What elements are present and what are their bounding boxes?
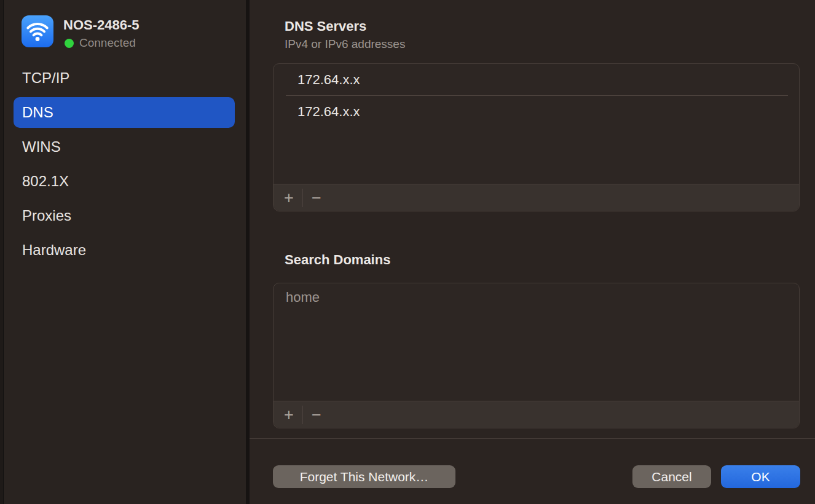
search-domain-entry[interactable]: home xyxy=(274,283,799,312)
toolbar-separator xyxy=(302,189,303,207)
dns-servers-listbox: 172.64.x.x 172.64.x.x + − xyxy=(273,63,800,211)
dns-server-entry[interactable]: 172.64.x.x xyxy=(274,64,799,95)
toolbar-separator xyxy=(302,406,303,424)
sidebar-item-dns[interactable]: DNS xyxy=(14,97,235,128)
search-domains-listbox: home + − xyxy=(273,283,800,428)
network-name: NOS-2486-5 xyxy=(63,17,140,33)
search-domains-toolbar: + − xyxy=(274,401,799,428)
sidebar-item-8021x[interactable]: 802.1X xyxy=(14,166,235,197)
dns-server-entry[interactable]: 172.64.x.x xyxy=(274,96,799,127)
connection-status-label: Connected xyxy=(79,36,136,50)
network-details-dialog: NOS-2486-5 Connected TCP/IP DNS WINS 802… xyxy=(0,0,815,504)
footer-divider xyxy=(250,438,815,439)
dns-servers-subtitle: IPv4 or IPv6 addresses xyxy=(285,37,405,51)
dns-servers-rows: 172.64.x.x 172.64.x.x xyxy=(274,64,799,127)
connection-status: Connected xyxy=(65,36,136,50)
search-domains-rows: home xyxy=(274,283,799,312)
wifi-icon xyxy=(22,15,53,47)
dns-servers-title: DNS Servers xyxy=(285,18,366,34)
sidebar-item-hardware[interactable]: Hardware xyxy=(14,235,235,266)
sidebar-item-tcpip[interactable]: TCP/IP xyxy=(14,63,235,93)
dns-servers-toolbar: + − xyxy=(274,184,799,211)
dns-settings-panel: DNS Servers IPv4 or IPv6 addresses 172.6… xyxy=(250,0,815,504)
connected-status-dot xyxy=(65,39,74,48)
ok-button[interactable]: OK xyxy=(721,465,800,488)
window-left-edge xyxy=(0,0,4,504)
cancel-button[interactable]: Cancel xyxy=(632,465,711,488)
sidebar-item-wins[interactable]: WINS xyxy=(14,132,235,162)
sidebar: NOS-2486-5 Connected TCP/IP DNS WINS 802… xyxy=(0,0,246,504)
remove-dns-server-button[interactable]: − xyxy=(307,187,326,208)
add-search-domain-button[interactable]: + xyxy=(280,404,298,425)
forget-network-button[interactable]: Forget This Network… xyxy=(273,465,455,488)
sidebar-item-proxies[interactable]: Proxies xyxy=(14,200,235,231)
search-domains-title: Search Domains xyxy=(285,252,390,268)
add-dns-server-button[interactable]: + xyxy=(280,187,298,208)
remove-search-domain-button[interactable]: − xyxy=(307,404,326,425)
